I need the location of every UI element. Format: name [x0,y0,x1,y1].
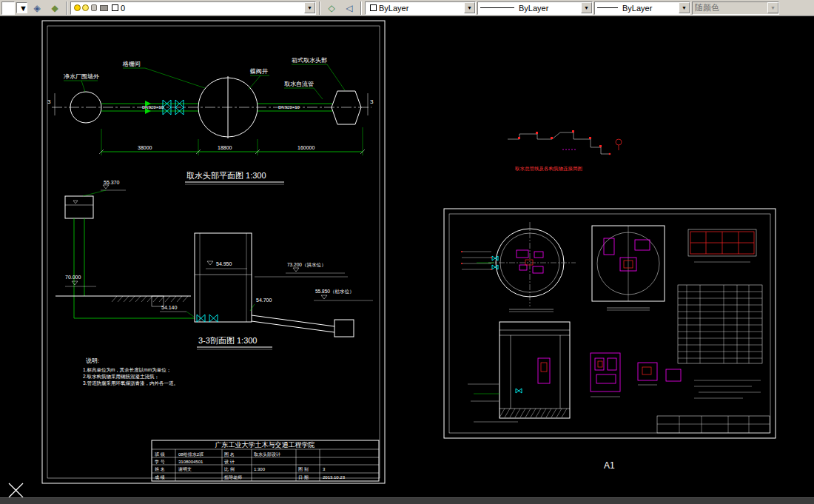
notes-title: 说明: [86,357,99,364]
note-line: 2.取水构筑物采用钢筋混凝土浇筑； [83,374,159,380]
sheet-size-label: A1 [604,460,615,471]
layer-lock-icon[interactable] [91,4,97,11]
note-line: 1.标高单位为m，其余长度以mm为单位； [83,367,171,373]
separator [319,1,320,15]
intake-head-label: 箱式取水头部 [292,57,327,64]
crosshair-cursor [9,483,23,497]
note-line: 3.管道防腐采用环氧煤沥青漆，内外各一道。 [83,380,178,386]
linetype-combo-arrow[interactable]: ▼ [581,2,592,13]
linetype-combo[interactable]: ByLayer ▼ [477,1,593,15]
plan-view: 3 3 净水厂围墙外 格栅间 蝶阀井 箱式取水头部 [47,57,374,184]
layers-icon: ◈ [33,3,40,13]
layer-freeze-sun-icon[interactable] [82,4,89,11]
color-combo[interactable]: ByLayer ▼ [365,1,476,15]
title-block: 广东工业大学土木与交通工程学院 班 级 08给排水2班 图 名 取水头部设计 学… [152,440,379,481]
low-level-label: 55.850（枯水位） [315,289,354,295]
make-object-layer-current-button[interactable]: ◇ [323,1,340,15]
tb-cell: 学 号 [155,460,165,464]
valve-icon [209,315,218,322]
tb-cell: 指导老师 [223,474,242,480]
pipe-size-label: DN920×10 [278,105,300,110]
elevation-label: 70.000 [65,275,81,280]
layer-on-bulb-icon[interactable] [74,4,81,11]
cad-window: ▼ ◈ ◆ 0 ▼ ◇ ◁ ByLayer ▼ ByLayer ▼ [0,0,814,504]
plotstyle-combo-arrow: ▼ [767,2,778,13]
section-mark-left: 3 [47,98,51,105]
elevation-label: 55.370 [104,180,120,185]
drawing-canvas[interactable]: 3 3 净水厂围墙外 格栅间 蝶阀井 箱式取水头部 [0,16,814,497]
bylayer-color-swatch-icon [370,4,377,11]
toolbar-cropped-combo[interactable] [1,1,15,15]
section-title: 3-3剖面图 1:300 [198,336,257,345]
layer-color-swatch [112,4,118,11]
dim-value: 160000 [297,145,314,150]
tb-cell: 日 期 [298,475,309,480]
elevation-label: 54.700 [256,298,272,303]
pipeline-schematic: 取水总管线及各构筑物连接简图 [508,130,622,172]
lineweight-value: ByLayer [622,4,652,13]
section-mark-right: 3 [370,98,374,105]
lineweight-combo[interactable]: ByLayer ▼ [594,1,690,15]
valve-icon [197,315,205,322]
tb-cell: 图 名 [224,452,235,457]
layer-previous-icon: ◁ [346,3,352,13]
dim-value: 38000 [138,145,152,150]
elevation-label: 54.140 [161,305,178,310]
lineweight-sample-icon [597,7,618,8]
layer-combo-arrow[interactable]: ▼ [304,2,315,13]
current-layer-name: 0 [121,4,125,13]
layer-plot-icon[interactable] [100,5,108,11]
school-name: 广东工业大学土木与交通工程学院 [215,441,315,448]
tb-cell: 姓 名 [155,466,165,472]
plotstyle-value: 随颜色 [695,2,719,13]
tb-cell: 08给排水2班 [178,452,204,457]
tb-cell: 3108004501 [178,460,204,464]
make-current-icon: ◇ [328,3,334,13]
tb-cell: 成 绩 [155,475,165,480]
layer-combo[interactable]: 0 ▼ [70,1,316,15]
gravity-pipe-label: 取水自流管 [284,81,314,87]
lineweight-combo-arrow[interactable]: ▼ [679,2,690,13]
tb-cell: 比 例 [224,467,235,472]
section-view: 55.370 70.000 54.950 [56,180,373,349]
layer-states-button[interactable]: ◆ [47,1,63,15]
tb-cell: 谢明文 [178,466,192,471]
plotstyle-combo: 随颜色 ▼ [692,1,779,15]
separator [66,1,67,15]
dim-value: 18800 [218,145,232,150]
plan-title: 取水头部平面图 1:300 [186,171,266,180]
color-combo-arrow[interactable]: ▼ [464,2,475,13]
layer-states-icon: ◆ [51,3,58,13]
notes-block: 说明: 1.标高单位为m，其余长度以mm为单位； 2.取水构筑物采用钢筋混凝土浇… [83,357,178,386]
linetype-value: ByLayer [519,4,548,13]
right-sheet: A1 [444,209,776,471]
tb-cell: 设 计 [224,459,235,464]
separator [360,1,362,15]
tb-cell: 图 别 [298,467,309,472]
tb-cell: 3 [323,467,326,471]
left-sheet-border [42,21,385,483]
schematic-caption: 取水总管线及各构筑物连接简图 [515,166,582,172]
tb-cell: 2013.10.23 [323,475,346,480]
flood-level-label: 73.200（洪水位） [287,262,326,268]
valve-well-label: 蝶阀井 [250,68,268,75]
layer-manager-button[interactable]: ◈ [29,1,45,15]
toolbar: ▼ ◈ ◆ 0 ▼ ◇ ◁ ByLayer ▼ ByLayer ▼ [0,0,814,16]
elevation-label: 54.950 [216,261,232,266]
linetype-sample-icon [480,7,514,8]
pipe-size-label: DN920×10 [142,105,164,110]
fence-label: 净水厂围墙外 [64,73,99,80]
tb-cell: 班 级 [155,452,165,457]
color-value: ByLayer [379,4,408,13]
tb-cell: 取水头部设计 [254,451,280,457]
cropped-combo-arrow[interactable]: ▼ [16,2,27,13]
screen-room-label: 格栅间 [122,61,141,67]
layer-previous-button[interactable]: ◁ [341,1,357,15]
tb-cell: 1:300 [254,467,266,471]
status-bar [0,497,814,504]
